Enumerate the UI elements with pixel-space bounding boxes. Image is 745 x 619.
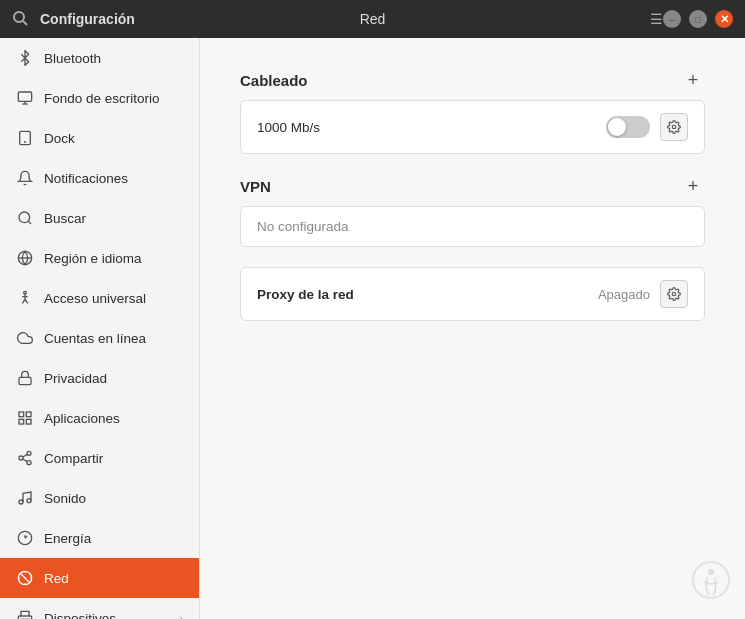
vpn-section: VPN + No configurada	[240, 174, 705, 247]
sidebar-item-acceso[interactable]: Acceso universal	[0, 278, 199, 318]
sidebar-item-energia[interactable]: Energía	[0, 518, 199, 558]
svg-point-22	[19, 456, 23, 460]
sidebar-label-region: Región e idioma	[44, 251, 183, 266]
printer-icon	[16, 609, 34, 619]
sidebar-label-cuentas: Cuentas en línea	[44, 331, 183, 346]
sidebar-label-privacidad: Privacidad	[44, 371, 183, 386]
svg-point-38	[693, 562, 729, 598]
sidebar-label-compartir: Compartir	[44, 451, 183, 466]
vpn-add-button[interactable]: +	[681, 174, 705, 198]
sidebar-title: Configuración	[40, 11, 642, 27]
cableado-row: 1000 Mb/s	[241, 101, 704, 153]
cableado-title: Cableado	[240, 72, 308, 89]
share-icon	[16, 449, 34, 467]
sidebar-label-notificaciones: Notificaciones	[44, 171, 183, 186]
tablet-icon	[16, 129, 34, 147]
sidebar: Bluetooth Fondo de escritorio Dock	[0, 38, 200, 619]
svg-point-23	[27, 461, 31, 465]
minimize-button[interactable]: –	[663, 10, 681, 28]
svg-rect-16	[19, 377, 31, 384]
sidebar-label-aplicaciones: Aplicaciones	[44, 411, 183, 426]
sidebar-label-buscar: Buscar	[44, 211, 183, 226]
cloud-icon	[16, 329, 34, 347]
toggle-knob	[608, 118, 626, 136]
cableado-speed-label: 1000 Mb/s	[257, 120, 606, 135]
power-icon	[16, 529, 34, 547]
sidebar-label-red: Red	[44, 571, 183, 586]
sidebar-item-sonido[interactable]: Sonido	[0, 478, 199, 518]
lock-icon	[16, 369, 34, 387]
network-icon	[16, 569, 34, 587]
sidebar-item-bluetooth[interactable]: Bluetooth	[0, 38, 199, 78]
chevron-right-icon: ›	[179, 612, 183, 619]
cableado-add-button[interactable]: +	[681, 68, 705, 92]
svg-rect-18	[26, 412, 31, 417]
sidebar-item-notificaciones[interactable]: Notificaciones	[0, 158, 199, 198]
proxy-gear-button[interactable]	[660, 280, 688, 308]
window-controls: – □ ✕	[663, 10, 733, 28]
search-icon[interactable]	[12, 10, 28, 29]
sidebar-label-bluetooth: Bluetooth	[44, 51, 183, 66]
accessibility-icon	[16, 289, 34, 307]
maximize-button[interactable]: □	[689, 10, 707, 28]
svg-rect-17	[19, 412, 24, 417]
cableado-header: Cableado +	[240, 68, 705, 92]
svg-rect-19	[19, 419, 24, 424]
sidebar-item-privacidad[interactable]: Privacidad	[0, 358, 199, 398]
vpn-header: VPN +	[240, 174, 705, 198]
sidebar-item-region[interactable]: Región e idioma	[0, 238, 199, 278]
sidebar-item-red[interactable]: Red	[0, 558, 199, 598]
svg-line-8	[28, 221, 31, 224]
svg-rect-20	[26, 419, 31, 424]
sidebar-item-cuentas[interactable]: Cuentas en línea	[0, 318, 199, 358]
watermark-icon	[691, 560, 731, 607]
cableado-section: Cableado + 1000 Mb/s	[240, 68, 705, 154]
cableado-gear-button[interactable]	[660, 113, 688, 141]
svg-line-15	[25, 299, 28, 303]
globe-icon	[16, 249, 34, 267]
svg-point-0	[14, 12, 24, 22]
proxy-status: Apagado	[598, 287, 650, 302]
svg-point-7	[19, 212, 30, 223]
close-button[interactable]: ✕	[715, 10, 733, 28]
sidebar-item-buscar[interactable]: Buscar	[0, 198, 199, 238]
menu-icon[interactable]: ☰	[650, 11, 663, 27]
apps-icon	[16, 409, 34, 427]
proxy-card: Proxy de la red Apagado	[240, 267, 705, 321]
vpn-title: VPN	[240, 178, 271, 195]
proxy-label: Proxy de la red	[257, 287, 598, 302]
sidebar-label-acceso: Acceso universal	[44, 291, 183, 306]
sidebar-item-dock[interactable]: Dock	[0, 118, 199, 158]
search-sidebar-icon	[16, 209, 34, 227]
proxy-section: Proxy de la red Apagado	[240, 267, 705, 321]
cableado-card: 1000 Mb/s	[240, 100, 705, 154]
sidebar-item-aplicaciones[interactable]: Aplicaciones	[0, 398, 199, 438]
music-icon	[16, 489, 34, 507]
content-area: Cableado + 1000 Mb/s	[200, 38, 745, 619]
svg-point-11	[24, 291, 27, 294]
svg-point-39	[708, 569, 714, 575]
svg-line-25	[23, 454, 28, 457]
titlebar: Configuración ☰ Red – □ ✕	[0, 0, 745, 38]
svg-point-36	[672, 125, 676, 129]
main-content: Bluetooth Fondo de escritorio Dock	[0, 38, 745, 619]
svg-rect-2	[18, 92, 31, 101]
sidebar-item-dispositivos[interactable]: Dispositivos ›	[0, 598, 199, 619]
sidebar-label-fondo: Fondo de escritorio	[44, 91, 183, 106]
svg-line-1	[23, 21, 27, 25]
cableado-toggle[interactable]	[606, 116, 650, 138]
svg-point-26	[19, 500, 23, 504]
svg-point-27	[27, 499, 31, 503]
bluetooth-icon	[16, 49, 34, 67]
sidebar-label-energia: Energía	[44, 531, 183, 546]
sidebar-label-sonido: Sonido	[44, 491, 183, 506]
sidebar-item-fondo[interactable]: Fondo de escritorio	[0, 78, 199, 118]
vpn-card: No configurada	[240, 206, 705, 247]
svg-line-24	[23, 459, 28, 462]
svg-point-21	[27, 451, 31, 455]
bell-icon	[16, 169, 34, 187]
sidebar-label-dock: Dock	[44, 131, 183, 146]
vpn-no-config: No configurada	[241, 207, 704, 246]
sidebar-item-compartir[interactable]: Compartir	[0, 438, 199, 478]
svg-point-37	[672, 292, 676, 296]
